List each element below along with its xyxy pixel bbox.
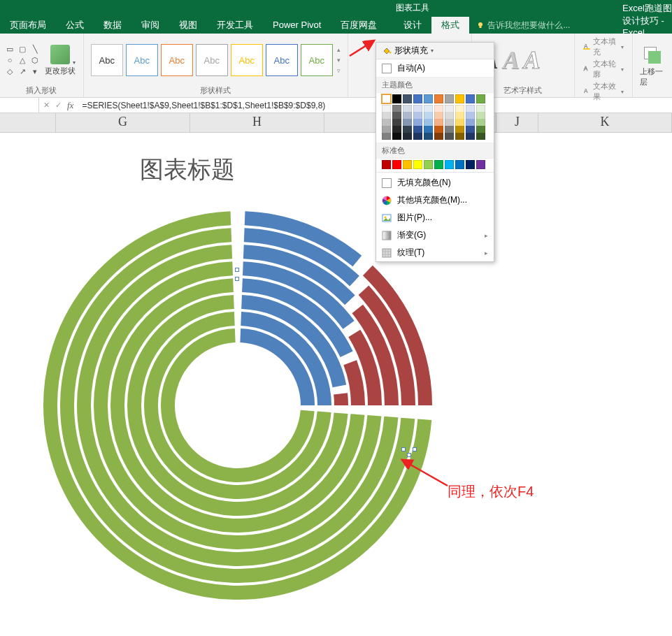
theme-shade-swatch[interactable] [403,112,412,119]
theme-color-swatch[interactable] [466,94,475,103]
shape-style-6[interactable]: Abc [266,44,298,76]
tab-view[interactable]: 视图 [169,17,207,34]
theme-shade-swatch[interactable] [413,112,422,119]
name-box[interactable] [0,98,39,113]
theme-color-swatch[interactable] [424,94,433,103]
theme-shade-swatch[interactable] [466,119,475,126]
theme-shade-swatch[interactable] [424,119,433,126]
chart-title[interactable]: 图表标题 [140,154,235,186]
theme-shade-swatch[interactable] [424,126,433,133]
theme-shade-swatch[interactable] [382,133,391,140]
theme-shade-swatch[interactable] [434,112,443,119]
selection-handle[interactable] [235,268,239,272]
theme-color-swatch[interactable] [392,94,401,103]
theme-shade-swatch[interactable] [466,112,475,119]
text-effects-button[interactable]: A文本效果 ▾ [583,81,624,102]
theme-color-swatch[interactable] [403,94,412,103]
shape-gallery[interactable]: ▭▢╲ ○△⬡ ◇↗▾ [4,44,41,76]
enter-formula-icon[interactable]: ✓ [55,101,62,110]
texture-fill-item[interactable]: 纹理(T) ▸ [376,244,494,261]
shape-style-7[interactable]: Abc [301,44,333,76]
standard-color-swatch[interactable] [434,160,443,169]
tab-design[interactable]: 设计 [394,17,431,34]
theme-shade-swatch[interactable] [476,112,485,119]
tab-data[interactable]: 数据 [94,17,131,34]
theme-shade-swatch[interactable] [403,133,412,140]
change-shape-button[interactable]: 更改形状 [45,45,76,76]
col-header-G[interactable]: G [56,113,190,132]
standard-color-swatch[interactable] [424,160,433,169]
tab-baidu-pan[interactable]: 百度网盘 [331,17,387,34]
theme-shade-swatch[interactable] [455,133,464,140]
standard-color-swatch[interactable] [455,160,464,169]
theme-shade-swatch[interactable] [413,133,422,140]
theme-shade-swatch[interactable] [445,126,454,133]
theme-shade-swatch[interactable] [466,126,475,133]
theme-shade-swatch[interactable] [403,119,412,126]
theme-shade-swatch[interactable] [392,126,401,133]
theme-shade-swatch[interactable] [392,105,401,112]
theme-shade-swatch[interactable] [382,126,391,133]
selection-handle[interactable] [235,277,239,281]
theme-shade-swatch[interactable] [476,119,485,126]
cancel-formula-icon[interactable]: ✕ [43,101,50,110]
theme-shade-swatch[interactable] [434,119,443,126]
theme-shade-swatch[interactable] [382,112,391,119]
shape-style-3[interactable]: Abc [161,44,193,76]
theme-shade-swatch[interactable] [476,105,485,112]
text-outline-button[interactable]: A文本轮廓 ▾ [583,59,624,80]
row-header-corner[interactable] [0,113,56,132]
col-header-blank[interactable] [324,113,376,132]
col-header-K[interactable]: K [538,113,672,132]
theme-shade-swatch[interactable] [413,119,422,126]
theme-shade-swatch[interactable] [445,133,454,140]
no-fill-item[interactable]: 无填充颜色(N) [376,174,494,191]
theme-shade-swatch[interactable] [476,133,485,140]
theme-shade-swatch[interactable] [455,119,464,126]
more-colors-item[interactable]: 其他填充颜色(M)... [376,191,494,209]
theme-shade-swatch[interactable] [445,119,454,126]
theme-color-swatch[interactable] [413,94,422,103]
shape-style-5[interactable]: Abc [231,44,263,76]
gradient-fill-item[interactable]: 渐变(G) ▸ [376,226,494,244]
theme-shade-swatch[interactable] [424,112,433,119]
selection-handle[interactable] [401,447,406,451]
theme-color-swatch[interactable] [476,94,485,103]
theme-shade-swatch[interactable] [403,105,412,112]
theme-shade-swatch[interactable] [466,133,475,140]
theme-shade-swatch[interactable] [466,105,475,112]
tab-review[interactable]: 审阅 [131,17,169,34]
theme-shade-swatch[interactable] [413,126,422,133]
theme-shade-swatch[interactable] [434,126,443,133]
standard-color-swatch[interactable] [476,160,485,169]
theme-shade-swatch[interactable] [434,105,443,112]
theme-color-swatch[interactable] [445,94,454,103]
fx-button[interactable]: fx [67,100,73,111]
theme-shade-swatch[interactable] [445,112,454,119]
shape-style-4[interactable]: Abc [196,44,228,76]
theme-shade-swatch[interactable] [424,133,433,140]
standard-color-swatch[interactable] [392,160,401,169]
gallery-more-button[interactable]: ▴▾▿ [337,44,341,76]
bring-forward-button[interactable]: 上移一层 [637,45,668,87]
worksheet-area[interactable]: 图表标题 同理，依次F4 [0,133,672,636]
theme-color-swatch[interactable] [382,94,391,103]
theme-shade-swatch[interactable] [434,133,443,140]
theme-shade-swatch[interactable] [455,126,464,133]
auto-fill-item[interactable]: 自动(A) [376,59,494,77]
standard-color-swatch[interactable] [445,160,454,169]
shape-style-gallery[interactable]: Abc Abc Abc Abc Abc Abc Abc ▴▾▿ [88,44,343,76]
shape-fill-header[interactable]: 形状填充 ▾ [376,43,494,59]
theme-shade-swatch[interactable] [455,105,464,112]
col-header-J[interactable]: J [496,113,538,132]
tab-developer[interactable]: 开发工具 [207,17,263,34]
standard-color-swatch[interactable] [403,160,412,169]
text-fill-button[interactable]: A文本填充 ▾ [583,36,624,57]
shape-style-2[interactable]: Abc [126,44,158,76]
standard-color-swatch[interactable] [413,160,422,169]
theme-color-swatch[interactable] [455,94,464,103]
tab-formulas[interactable]: 公式 [56,17,94,34]
selection-handle[interactable] [413,447,417,451]
theme-shade-swatch[interactable] [392,112,401,119]
tab-power-pivot[interactable]: Power Pivot [263,17,331,34]
